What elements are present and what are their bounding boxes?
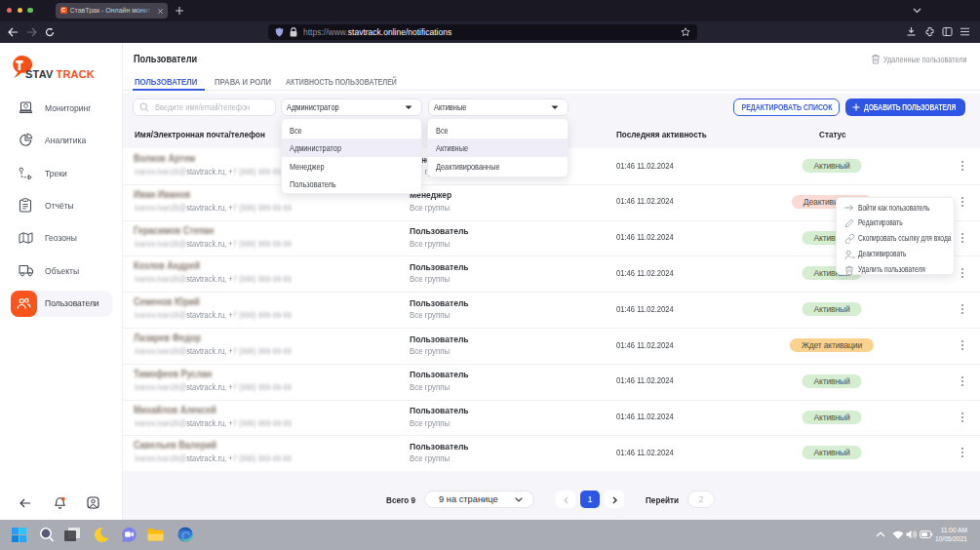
- svg-text:TRACK: TRACK: [57, 68, 96, 80]
- svg-text:STAV: STAV: [25, 68, 54, 80]
